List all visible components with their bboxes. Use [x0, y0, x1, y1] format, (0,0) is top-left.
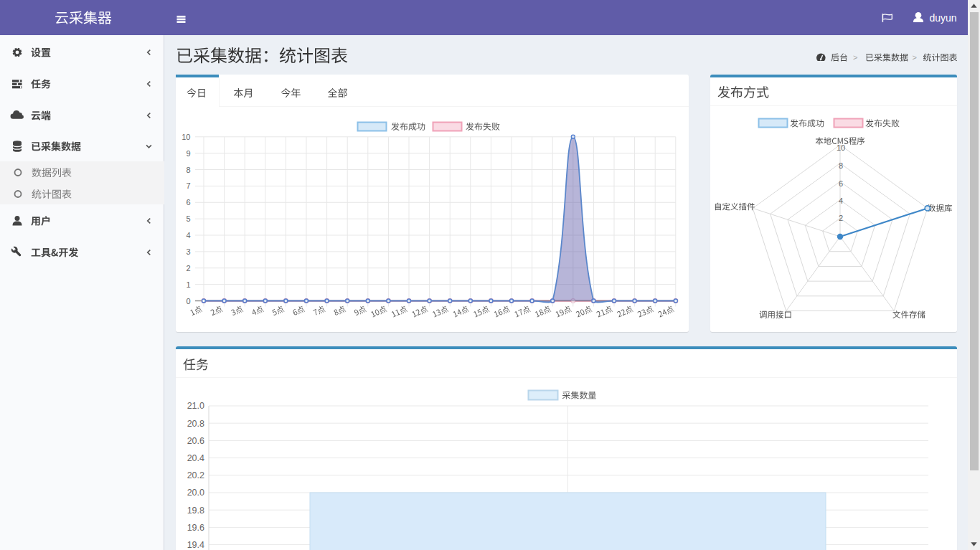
svg-text:21.0: 21.0	[187, 401, 204, 411]
svg-text:20.0: 20.0	[187, 488, 204, 498]
svg-text:19.4: 19.4	[187, 540, 204, 550]
svg-text:1: 1	[186, 280, 190, 289]
svg-text:19.6: 19.6	[187, 523, 204, 533]
svg-text:duyun: duyun	[930, 12, 957, 24]
svg-text:0: 0	[186, 297, 190, 305]
svg-text:20.4: 20.4	[187, 453, 204, 463]
svg-text:9: 9	[186, 149, 190, 158]
svg-text:4: 4	[186, 231, 190, 240]
svg-text:20.2: 20.2	[187, 470, 204, 480]
svg-text:4: 4	[839, 196, 843, 205]
svg-text:8: 8	[186, 166, 190, 174]
svg-text:10: 10	[837, 143, 845, 152]
svg-text:>: >	[853, 53, 857, 62]
svg-text:8: 8	[839, 161, 843, 170]
svg-text:19.8: 19.8	[187, 506, 204, 516]
svg-text:10: 10	[182, 133, 190, 141]
svg-text:2: 2	[186, 264, 190, 272]
svg-text:2: 2	[839, 214, 843, 222]
svg-text:20.6: 20.6	[187, 436, 204, 446]
svg-text:20.8: 20.8	[187, 419, 204, 429]
svg-text:6: 6	[839, 179, 843, 188]
svg-text:5: 5	[186, 214, 190, 223]
svg-text:7: 7	[186, 181, 190, 190]
svg-text:>: >	[913, 53, 917, 62]
svg-text:3: 3	[186, 247, 190, 256]
svg-text:6: 6	[186, 198, 190, 207]
